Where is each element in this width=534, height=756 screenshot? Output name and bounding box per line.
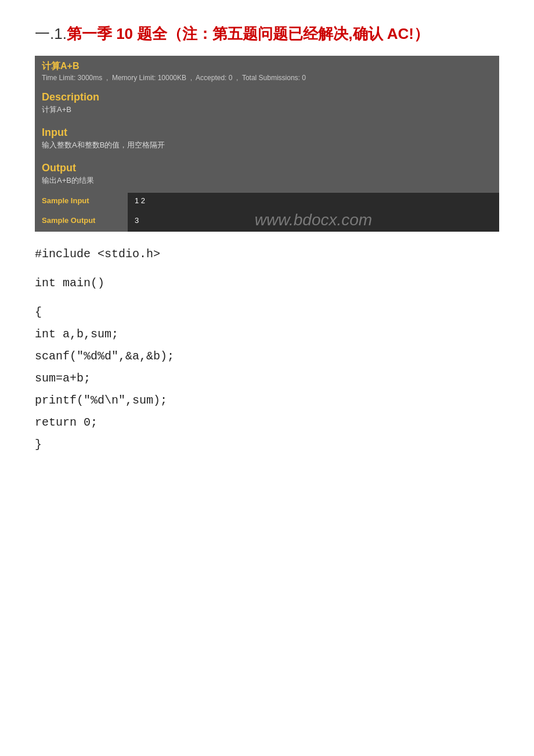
output-content: 输出A+B的结果 (42, 175, 492, 186)
sample-table: Sample Input 1 2 Sample Output 3 www.bdo… (35, 193, 499, 232)
description-section: Description 计算A+B (35, 84, 499, 120)
code-line (35, 294, 499, 301)
code-line: scanf("%d%d",&a,&b); (35, 345, 499, 368)
code-line (35, 265, 499, 272)
sample-output-value: 3 www.bdocx.com (128, 208, 499, 232)
code-line: int a,b,sum; (35, 323, 499, 345)
input-section: Input 输入整数A和整数B的值，用空格隔开 (35, 120, 499, 155)
problem-header: 计算A+B Time Limit: 3000ms , Memory Limit:… (35, 56, 499, 84)
title-main: 第一季 10 题全（注：第五题问题已经解决,确认 AC!） (67, 25, 429, 42)
title-prefix: 一.1. (35, 25, 67, 42)
sample-input-row: Sample Input 1 2 (35, 193, 499, 208)
total-submissions-value: 0 (302, 74, 306, 82)
description-content: 计算A+B (42, 105, 492, 115)
code-block: #include <stdio.h> int main() { int a,b,… (35, 243, 499, 456)
output-section: Output 输出A+B的结果 (35, 155, 499, 190)
total-submissions-label: Total Submissions: (242, 74, 300, 82)
memory-limit-value: 10000KB (158, 74, 186, 82)
code-line: printf("%d\n",sum); (35, 390, 499, 412)
page-title: 一.1.第一季 10 题全（注：第五题问题已经解决,确认 AC!） (35, 23, 499, 44)
sample-input-value: 1 2 (128, 193, 499, 208)
problem-meta: Time Limit: 3000ms , Memory Limit: 10000… (42, 74, 492, 82)
memory-limit-label: Memory Limit: (112, 74, 156, 82)
sample-output-row: Sample Output 3 www.bdocx.com (35, 208, 499, 232)
problem-title: 计算A+B (42, 60, 492, 73)
code-line: #include <stdio.h> (35, 243, 499, 265)
code-line: sum=a+b; (35, 368, 499, 390)
sample-input-label: Sample Input (35, 193, 128, 208)
code-line: { (35, 301, 499, 323)
description-heading: Description (42, 91, 492, 103)
time-limit-value: 3000ms (78, 74, 103, 82)
input-heading: Input (42, 127, 492, 139)
accepted-value: 0 (229, 74, 233, 82)
time-limit-label: Time Limit: (42, 74, 75, 82)
problem-box: 计算A+B Time Limit: 3000ms , Memory Limit:… (35, 56, 499, 232)
code-line: return 0; (35, 412, 499, 434)
input-content: 输入整数A和整数B的值，用空格隔开 (42, 140, 492, 150)
watermark: www.bdocx.com (255, 211, 372, 229)
output-heading: Output (42, 162, 492, 174)
code-line: } (35, 434, 499, 456)
sample-output-label: Sample Output (35, 208, 128, 232)
accepted-label: Accepted: (196, 74, 226, 82)
code-line: int main() (35, 272, 499, 294)
